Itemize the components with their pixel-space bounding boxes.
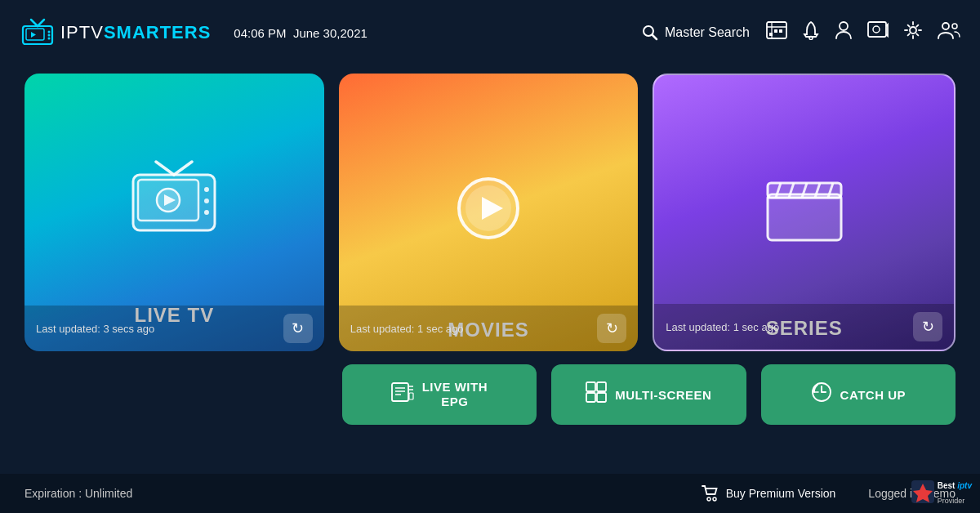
series-bottom: Last updated: 1 sec ago ↻	[654, 304, 954, 350]
svg-point-56	[713, 497, 716, 501]
series-icon-area	[760, 100, 849, 317]
svg-rect-49	[409, 393, 413, 399]
logo-icon	[20, 18, 56, 47]
bottom-cards-row: LIVE WITHEPG MULTI-SCREEN	[342, 364, 956, 425]
multi-screen-icon	[586, 381, 607, 408]
buy-premium-button[interactable]: Buy Premium Version	[702, 485, 836, 502]
settings-icon[interactable]	[903, 20, 923, 45]
header: IPTVSMARTERS 04:06 PM June 30,2021 Maste…	[0, 0, 980, 65]
movies-refresh-button[interactable]: ↻	[597, 314, 626, 343]
record-icon[interactable]	[867, 21, 889, 44]
live-tv-refresh-button[interactable]: ↻	[283, 314, 313, 343]
svg-point-55	[707, 497, 710, 501]
svg-rect-35	[768, 194, 841, 240]
svg-rect-51	[597, 382, 606, 391]
svg-rect-13	[774, 29, 777, 33]
epg-icon[interactable]	[766, 21, 787, 44]
svg-point-21	[942, 23, 949, 29]
svg-rect-43	[392, 383, 408, 401]
tv-icon	[125, 160, 223, 242]
svg-point-22	[952, 24, 957, 29]
live-epg-card[interactable]: LIVE WITHEPG	[342, 364, 537, 425]
search-label: Master Search	[665, 25, 750, 40]
live-epg-label: LIVE WITHEPG	[422, 380, 488, 409]
live-tv-card[interactable]: LIVE TV Last updated: 3 secs ago ↻	[24, 74, 324, 351]
search-icon	[642, 25, 658, 41]
main-content: LIVE TV Last updated: 3 secs ago ↻ MOVIE…	[0, 65, 980, 433]
svg-rect-18	[868, 22, 886, 37]
datetime: 04:06 PM June 30,2021	[234, 26, 367, 40]
users-icon[interactable]	[938, 20, 960, 45]
watermark: Best iptv Provider	[911, 477, 972, 506]
movies-icon-area	[448, 98, 529, 319]
watermark-icon	[911, 480, 934, 503]
play-icon	[448, 167, 529, 249]
footer: Expiration : Unlimited Buy Premium Versi…	[0, 474, 980, 513]
movies-updated: Last updated: 1 sec ago	[350, 323, 464, 335]
svg-rect-14	[779, 29, 782, 33]
svg-line-9	[653, 35, 657, 39]
logo: IPTVSMARTERS	[20, 18, 211, 47]
movies-bottom: Last updated: 1 sec ago ↻	[339, 306, 639, 351]
live-epg-icon	[391, 382, 414, 407]
buy-label: Buy Premium Version	[726, 487, 836, 500]
svg-point-17	[840, 22, 848, 30]
svg-point-20	[910, 27, 916, 33]
top-cards-row: LIVE TV Last updated: 3 secs ago ↻ MOVIE…	[24, 74, 956, 351]
svg-rect-50	[586, 382, 595, 391]
svg-point-16	[809, 37, 813, 40]
svg-point-29	[204, 187, 209, 192]
catch-up-label: CATCH UP	[840, 388, 906, 402]
live-tv-updated: Last updated: 3 secs ago	[36, 323, 154, 335]
series-refresh-button[interactable]: ↻	[913, 312, 942, 341]
series-updated: Last updated: 1 sec ago	[666, 321, 779, 333]
live-tv-bottom: Last updated: 3 secs ago ↻	[24, 306, 324, 351]
svg-line-23	[156, 162, 174, 175]
svg-line-24	[174, 162, 192, 175]
expiry-label: Expiration : Unlimited	[24, 487, 132, 500]
svg-line-1	[38, 20, 44, 26]
svg-rect-15	[769, 33, 773, 36]
svg-point-19	[873, 26, 880, 33]
catch-up-card[interactable]: CATCH UP	[761, 364, 956, 425]
svg-point-30	[204, 199, 209, 203]
movies-card[interactable]: MOVIES Last updated: 1 sec ago ↻	[339, 74, 639, 351]
svg-point-31	[204, 210, 209, 215]
master-search-button[interactable]: Master Search	[642, 25, 750, 41]
bell-icon[interactable]	[802, 20, 820, 45]
svg-point-5	[48, 31, 51, 33]
live-tv-icon-area	[125, 98, 223, 304]
profile-icon[interactable]	[835, 20, 853, 45]
clapperboard-icon	[760, 172, 849, 245]
svg-point-6	[48, 34, 51, 37]
cart-icon	[702, 485, 719, 502]
logo-text: IPTVSMARTERS	[60, 22, 211, 43]
catch-up-icon	[811, 381, 832, 408]
svg-rect-53	[597, 393, 606, 402]
multi-screen-label: MULTI-SCREEN	[615, 388, 711, 402]
svg-point-7	[48, 38, 51, 40]
svg-line-0	[31, 20, 38, 26]
header-icons	[766, 20, 960, 45]
watermark-text: Best iptv Provider	[938, 477, 972, 506]
series-card[interactable]: SERIES Last updated: 1 sec ago ↻	[653, 74, 956, 351]
svg-rect-52	[586, 393, 595, 402]
svg-marker-4	[31, 32, 36, 38]
multi-screen-card[interactable]: MULTI-SCREEN	[551, 364, 746, 425]
